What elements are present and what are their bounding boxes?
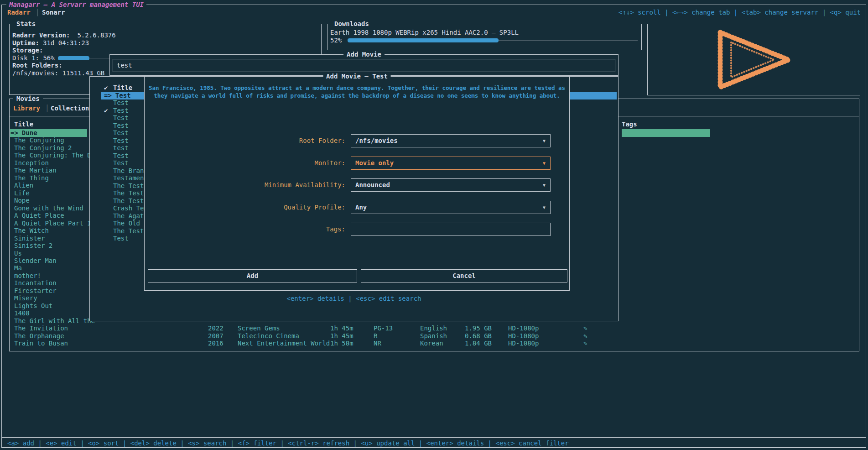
list-item[interactable]: Gone with the Wind [14,204,83,212]
downloads-panel: Downloads Earth 1998 1080p WEBRip x265 H… [327,24,642,50]
result-item[interactable]: The Test [113,227,144,235]
uptime: Uptime:31d 04:31:23 [12,39,89,47]
cell-certification: NR [374,340,381,347]
radarr-version: Radarr Version:5.2.6.8376 [12,31,116,39]
checkmark-column-header: ✔ [104,84,108,91]
cancel-button[interactable]: Cancel [361,269,567,283]
result-item[interactable]: Test [113,137,129,145]
monitor-label: Monitor: [145,159,345,167]
list-item[interactable]: The Conjuring: The De [14,152,95,159]
stats-panel-title: Stats [13,20,39,28]
library-tab-divider: │ [45,105,49,112]
cell-studio: Telecinco Cinema [238,332,299,340]
movie-description-line2: they navigate a world full of risks and … [145,92,569,99]
result-item[interactable]: Test [113,152,129,160]
result-item[interactable]: The Old [113,220,140,227]
logo-panel [647,24,860,95]
result-item[interactable]: test [113,144,129,152]
list-item[interactable]: The Thing [14,174,49,182]
bottom-bar-separator [2,437,866,438]
disk-usage-bar [58,54,114,62]
tab-library[interactable]: Library [13,105,40,112]
tab-radarr[interactable]: Radarr [7,9,31,16]
cell-runtime: 1h 45m [330,332,353,340]
search-input-value: test [117,62,132,69]
list-item[interactable]: Lights Out [14,302,52,310]
storage-label: Storage: [12,47,43,54]
cell-year: 2007 [208,332,223,340]
list-item[interactable]: The Invitation [14,324,68,332]
result-item[interactable]: Testamen [113,174,144,182]
result-item[interactable]: The Bran [113,167,144,175]
list-item-selected[interactable]: =>Dune [10,129,87,137]
edit-pencil-icon: ✎ [583,340,587,347]
result-item[interactable]: Test [113,122,129,130]
column-header-tags: Tags [622,120,637,128]
list-item[interactable]: A Quiet Place [14,212,64,220]
cell-runtime: 1h 45m [330,324,353,332]
cell-studio: Next Entertainment World [238,340,330,347]
result-item[interactable]: The Agat [113,212,144,220]
cell-language: Spanish [420,332,447,340]
list-item[interactable]: Firestarter [14,287,57,295]
quality-profile-select[interactable]: Any▼ [351,201,551,214]
app-title: Managarr — A Servarr management TUI [6,1,146,8]
list-item[interactable]: A Quiet Place Part II [14,220,95,227]
list-item[interactable]: The Witch [14,227,49,235]
list-item[interactable]: Us [14,250,22,257]
disk-usage-label: Disk 1: 56% [12,54,55,62]
cell-quality: HD-1080p [508,332,539,340]
result-item[interactable]: The Test [113,197,144,205]
tags-input[interactable] [351,223,551,236]
list-item[interactable]: Incantation [14,279,57,287]
list-item[interactable]: Sinister 2 [14,242,52,250]
result-item[interactable]: The Test [113,182,144,190]
movie-search-input[interactable]: test [113,59,615,72]
monitor-select[interactable]: Movie only▼ [351,157,551,170]
list-item[interactable]: Sinister [14,235,45,242]
results-title-header: Title [113,84,132,91]
result-item[interactable]: Test [113,159,129,167]
result-item[interactable]: The Test [113,189,144,197]
result-item[interactable]: Test [113,99,129,107]
download-percent: 52% [330,37,342,44]
modal-title: Add Movie — Test [323,73,391,80]
list-item[interactable]: Alien [14,182,33,189]
list-item[interactable]: The Conjuring [14,136,64,144]
list-item[interactable]: Train to Busan [14,340,68,347]
result-item[interactable]: Test [113,235,129,242]
selection-arrow: => [104,92,112,99]
list-item[interactable]: The Girl with All the [14,317,95,325]
add-button[interactable]: Add [148,269,357,283]
list-item[interactable]: Ma [14,264,22,272]
list-item[interactable]: 1408 [14,309,30,317]
result-item[interactable]: Test [113,107,129,115]
cell-year: 2022 [208,324,223,332]
minimum-availability-select[interactable]: Announced▼ [351,178,551,192]
result-item[interactable]: Test [113,114,129,122]
cell-year: 2016 [208,340,223,347]
result-item[interactable]: Crash Te [113,204,144,212]
list-item[interactable]: The Conjuring 2 [14,144,72,152]
result-item[interactable]: Test [113,129,129,137]
list-item[interactable]: Inception [14,159,49,167]
cell-size: 1.84 GB [465,340,492,347]
root-folder-select[interactable]: /nfs/movies▼ [351,134,551,147]
list-item[interactable]: mother! [14,272,41,280]
root-folder-value: /nfs/movies: 11511.43 GB [12,69,104,77]
tab-sonarr[interactable]: Sonarr [42,9,65,16]
list-item[interactable]: Life [14,189,30,197]
list-item[interactable]: The Martian [14,167,57,174]
root-folder-label: Root Folder: [145,137,345,145]
list-item[interactable]: Slender Man [14,257,57,265]
managarr-logo [713,28,795,92]
root-folders-label: Root Folders: [12,62,62,69]
list-item[interactable]: Misery [14,294,37,302]
add-movie-panel-title: Add Movie [343,51,385,58]
list-item[interactable]: The Orphanage [14,332,64,340]
checkmark-icon: ✔ [104,107,108,114]
movie-description-line1: San Francisco, 1985. Two opposites attra… [145,84,569,92]
list-item[interactable]: Nope [14,197,30,204]
top-help-text: <↑↓> scroll | <←→> change tab | <tab> ch… [619,9,861,16]
tab-collections[interactable]: Collections [51,105,93,112]
